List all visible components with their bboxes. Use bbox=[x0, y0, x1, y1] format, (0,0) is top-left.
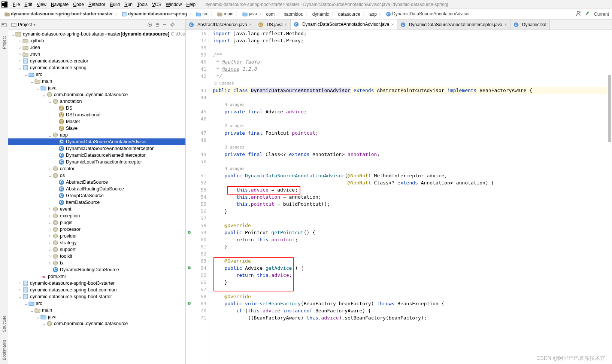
tree-item-java[interactable]: ⌄java bbox=[8, 313, 185, 320]
menu-vcs[interactable]: VCS bbox=[150, 2, 164, 7]
tree-item-main[interactable]: ⌄main bbox=[8, 307, 185, 313]
breadcrumb-dynamic-datasource-spring[interactable]: dynamic-datasource-spring bbox=[120, 11, 188, 17]
tree-item-dynamic-datasource-creator[interactable]: ›dynamic-datasource-creator bbox=[8, 58, 185, 64]
breadcrumb-com[interactable]: com bbox=[264, 12, 276, 17]
menu-edit[interactable]: Edit bbox=[22, 2, 34, 7]
project-tree[interactable]: ⌄dynamic-datasource-spring-boot-starter-… bbox=[8, 30, 185, 364]
tree-item-provider[interactable]: ›provider bbox=[8, 233, 185, 239]
tree-item-event[interactable]: ›event bbox=[8, 206, 185, 212]
tree-item-tx[interactable]: ›tx bbox=[8, 260, 185, 266]
close-icon[interactable]: × bbox=[504, 22, 507, 27]
tree-item-dynamic-datasource-spring-boot-common[interactable]: ›dynamic-datasource-spring-boot-common bbox=[8, 287, 185, 293]
menu-file[interactable]: File bbox=[10, 2, 22, 7]
tree-item-toolkit[interactable]: ›toolkit bbox=[8, 253, 185, 260]
svg-text:C: C bbox=[60, 153, 63, 157]
tree-item-dynamic-datasource-spring-boot-starter[interactable]: ⌄dynamic-datasource-spring-boot-starter bbox=[8, 293, 185, 300]
tree-item-src[interactable]: ⌄src bbox=[8, 71, 185, 78]
tree-item-aop[interactable]: ⌄aop bbox=[8, 132, 185, 138]
select-opened-file-icon[interactable] bbox=[147, 22, 152, 27]
hide-icon[interactable]: — bbox=[177, 22, 182, 27]
breadcrumb-src[interactable]: src bbox=[194, 11, 210, 17]
svg-text:m: m bbox=[42, 274, 45, 279]
tree-item-ds[interactable]: ⌄ds bbox=[8, 172, 185, 179]
collapse-all-icon[interactable] bbox=[162, 22, 167, 27]
rail-bookmarks-label[interactable]: Bookmarks bbox=[2, 340, 6, 360]
tree-item-DSTransactional[interactable]: @DSTransactional bbox=[8, 111, 185, 118]
svg-point-17 bbox=[47, 92, 52, 97]
breadcrumb-dynamic-datasource-spring-boot-starter-master[interactable]: dynamic-datasource-spring-boot-starter-m… bbox=[3, 11, 114, 17]
svg-rect-9 bbox=[2, 24, 4, 25]
breadcrumb-java[interactable]: java bbox=[241, 11, 258, 17]
tab-AbstractDataSource.java[interactable]: CAbstractDataSource.java× bbox=[186, 19, 255, 30]
svg-rect-16 bbox=[23, 65, 28, 70]
tree-item-AbstractDataSource[interactable]: CAbstractDataSource bbox=[8, 179, 185, 186]
rail-structure-label[interactable]: Structure bbox=[2, 315, 6, 332]
tree-item-java[interactable]: ⌄java bbox=[8, 85, 185, 91]
tree-item-AbstractRoutingDataSource[interactable]: CAbstractRoutingDataSource bbox=[8, 186, 185, 192]
tree-item-DynamicLocalTransactionInterceptor[interactable]: CDynamicLocalTransactionInterceptor bbox=[8, 159, 185, 165]
svg-text:@: @ bbox=[259, 22, 263, 26]
code-editor[interactable]: 3637383940414243444546474849505152535455… bbox=[186, 30, 612, 364]
tree-item-exception[interactable]: ›exception bbox=[8, 212, 185, 219]
build-icon[interactable] bbox=[585, 10, 591, 18]
settings-icon[interactable] bbox=[170, 22, 175, 27]
menu-help[interactable]: Help bbox=[184, 2, 198, 7]
menu-navigate[interactable]: Navigate bbox=[49, 2, 71, 7]
tab-DynamicDataSourceAnnotationInterceptor.java[interactable]: CDynamicDataSourceAnnotationInterceptor.… bbox=[397, 19, 510, 30]
tree-item-dynamic-datasource-spring-boot-starter-master[interactable]: ⌄dynamic-datasource-spring-boot-starter-… bbox=[8, 31, 185, 37]
close-icon[interactable]: × bbox=[249, 22, 252, 27]
breadcrumb-aop[interactable]: aop bbox=[368, 12, 378, 17]
user-icon[interactable]: ▾ bbox=[576, 10, 582, 18]
tree-item-com.baomidou.dynamic.datasource[interactable]: ⌄com.baomidou.dynamic.datasource bbox=[8, 91, 185, 98]
tree-item-DS[interactable]: @DS bbox=[8, 105, 185, 111]
menu-refactor[interactable]: Refactor bbox=[86, 2, 107, 7]
tree-item-Slave[interactable]: @Slave bbox=[8, 125, 185, 132]
tree-item-dynamic-datasource-spring[interactable]: ⌄dynamic-datasource-spring bbox=[8, 64, 185, 71]
svg-point-52 bbox=[53, 247, 58, 252]
breadcrumb-baomidou[interactable]: baomidou bbox=[282, 12, 305, 17]
tree-item-.github[interactable]: ›.github bbox=[8, 37, 185, 44]
code-content[interactable]: import java.lang.reflect.Method;import j… bbox=[211, 30, 607, 364]
tree-item-main[interactable]: ⌄main bbox=[8, 78, 185, 85]
tree-item-DynamicRoutingDataSource[interactable]: CDynamicRoutingDataSource bbox=[8, 266, 185, 273]
tree-item-pom.xml[interactable]: mpom.xml bbox=[8, 273, 185, 280]
menu-view[interactable]: View bbox=[34, 2, 49, 7]
breadcrumb-dynamic[interactable]: dynamic bbox=[311, 12, 331, 17]
tree-item-com.baomidou.dynamic.datasource[interactable]: ⌄com.baomidou.dynamic.datasource bbox=[8, 320, 185, 327]
vertical-scrollbar[interactable] bbox=[607, 30, 612, 364]
tree-item-GroupDataSource[interactable]: CGroupDataSource bbox=[8, 192, 185, 199]
tree-item-creator[interactable]: ›creator bbox=[8, 165, 185, 172]
menu-code[interactable]: Code bbox=[71, 2, 86, 7]
tree-item-src[interactable]: ⌄src bbox=[8, 300, 185, 307]
breadcrumb-main[interactable]: main bbox=[216, 11, 235, 17]
tree-item-DynamicDataSourceAnnotationAdvisor[interactable]: CDynamicDataSourceAnnotationAdvisor bbox=[8, 138, 185, 145]
tree-item-DynamicDatasourceNamedInterceptor[interactable]: CDynamicDatasourceNamedInterceptor bbox=[8, 152, 185, 159]
rail-project-label[interactable]: Project bbox=[2, 36, 6, 49]
close-icon[interactable]: × bbox=[284, 22, 287, 27]
tree-item-processor[interactable]: ›processor bbox=[8, 226, 185, 233]
menu-build[interactable]: Build bbox=[107, 2, 122, 7]
tree-item-plugin[interactable]: ›plugin bbox=[8, 219, 185, 226]
breadcrumb-DynamicDataSourceAnnotationAdvisor[interactable]: CDynamicDataSourceAnnotationAdvisor bbox=[384, 11, 471, 17]
tree-item-ItemDataSource[interactable]: CItemDataSource bbox=[8, 199, 185, 206]
svg-rect-14 bbox=[16, 32, 21, 36]
tree-item-.idea[interactable]: ›.idea bbox=[8, 44, 185, 51]
tree-item-dynamic-datasource-spring-boot3-starter[interactable]: ›dynamic-datasource-spring-boot3-starter bbox=[8, 280, 185, 287]
tab-DynamicDat[interactable]: CDynamicDat bbox=[510, 19, 550, 30]
tree-item-DynamicDataSourceAnnotationInterceptor[interactable]: CDynamicDataSourceAnnotationInterceptor bbox=[8, 145, 185, 152]
tree-item-strategy[interactable]: ›strategy bbox=[8, 239, 185, 246]
tree-item-support[interactable]: ›support bbox=[8, 246, 185, 253]
expand-all-icon[interactable] bbox=[155, 22, 160, 27]
breadcrumb-datasource[interactable]: datasource bbox=[337, 12, 362, 17]
rail-project-icon[interactable] bbox=[1, 22, 7, 29]
tree-item-annotation[interactable]: ⌄annotation bbox=[8, 98, 185, 105]
dropdown-icon[interactable]: ▾ bbox=[33, 22, 36, 27]
menu-tools[interactable]: Tools bbox=[135, 2, 150, 7]
tab-DS.java[interactable]: @DS.java× bbox=[255, 19, 291, 30]
menu-window[interactable]: Window bbox=[164, 2, 184, 7]
menu-run[interactable]: Run bbox=[122, 2, 135, 7]
close-icon[interactable]: × bbox=[391, 22, 394, 27]
tree-item-Master[interactable]: @Master bbox=[8, 118, 185, 125]
tab-DynamicDataSourceAnnotationAdvisor.java[interactable]: CDynamicDataSourceAnnotationAdvisor.java… bbox=[291, 19, 397, 30]
tree-item-.mvn[interactable]: ›.mvn bbox=[8, 51, 185, 58]
